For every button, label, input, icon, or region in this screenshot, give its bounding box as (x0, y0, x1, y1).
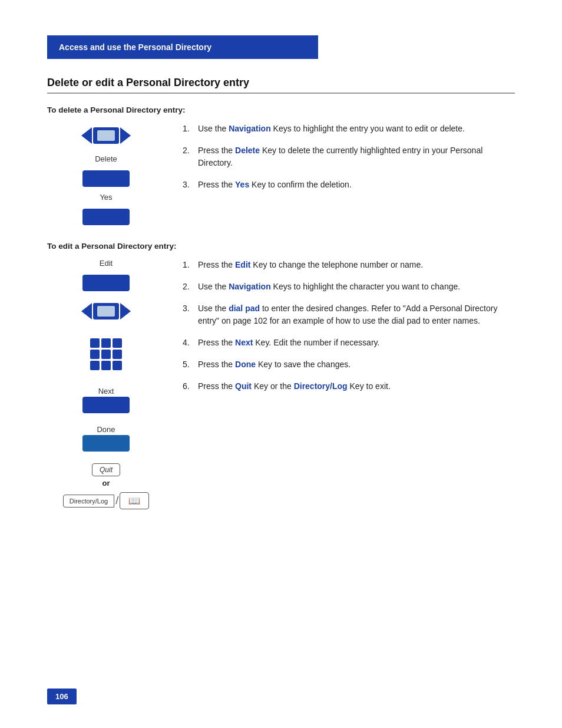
section-title: Delete or edit a Personal Directory entr… (47, 77, 515, 94)
delete-icons-col: Delete Yes (47, 123, 165, 225)
edit-steps-list: 1. Press the Edit Key to change the tele… (183, 259, 515, 393)
navigation-keys-icon-2 (81, 303, 131, 319)
edit-heading: To edit a Personal Directory entry: (47, 242, 515, 251)
dp-8 (101, 361, 111, 370)
dp-2 (101, 338, 111, 348)
dp-3 (113, 338, 122, 348)
dp-5 (101, 350, 111, 359)
next-btn-label: Next (82, 387, 130, 396)
delete-steps-list: 1. Use the Navigation Keys to highlight … (183, 123, 515, 191)
nav-center-inner-2 (97, 306, 115, 317)
dp-7 (90, 361, 100, 370)
yes-button[interactable] (82, 209, 130, 225)
left-arrow-icon (81, 127, 92, 144)
edit-btn-label: Edit (100, 259, 113, 268)
page-number: 106 (47, 689, 77, 704)
edit-step-1: 1. Press the Edit Key to change the tele… (183, 259, 515, 271)
directory-log-key[interactable]: Directory/Log (63, 495, 114, 508)
nav-center-inner (97, 130, 115, 141)
delete-steps-col: 1. Use the Navigation Keys to highlight … (183, 123, 515, 225)
right-arrow-icon (120, 127, 131, 144)
dp-1 (90, 338, 100, 348)
dp-4 (90, 350, 100, 359)
book-icon: 📖 (128, 495, 140, 506)
done-btn-label: Done (82, 425, 130, 434)
slash-divider: / (114, 495, 120, 507)
dialpad-icon-container (90, 336, 122, 373)
dir-log-container: Directory/Log / 📖 (63, 492, 149, 509)
delete-step-2: 2. Press the Delete Key to delete the cu… (183, 144, 515, 169)
nav-center-icon (93, 127, 119, 144)
right-arrow-icon-2 (120, 303, 131, 319)
edit-step-3: 3. Use the dial pad to enter the desired… (183, 302, 515, 327)
edit-step-2: 2. Use the Navigation Keys to highlight … (183, 281, 515, 293)
edit-step-6: 6. Press the Quit Key or the Directory/L… (183, 380, 515, 393)
delete-step-1: 1. Use the Navigation Keys to highlight … (183, 123, 515, 135)
edit-step-4: 4. Press the Next Key. Edit the number i… (183, 337, 515, 349)
edit-icons-col: Edit (47, 259, 165, 509)
delete-btn-label: Delete (95, 154, 117, 163)
dp-9 (113, 361, 122, 370)
delete-section: Delete Yes 1. Use the Navigation Keys to… (47, 123, 515, 225)
header-banner: Access and use the Personal Directory (47, 35, 318, 59)
delete-step-3: 3. Press the Yes Key to confirm the dele… (183, 179, 515, 191)
edit-step-5: 5. Press the Done Key to save the change… (183, 358, 515, 371)
done-button[interactable] (82, 435, 130, 452)
header-banner-text: Access and use the Personal Directory (59, 42, 211, 52)
yes-btn-label: Yes (100, 193, 112, 202)
dialpad-icon (90, 338, 122, 370)
dp-6 (113, 350, 122, 359)
quit-key[interactable]: Quit (92, 463, 120, 476)
nav-center-icon-2 (93, 303, 119, 319)
edit-button[interactable] (82, 275, 130, 291)
edit-section: Edit (47, 259, 515, 509)
navigation-keys-icon (81, 127, 131, 144)
delete-button[interactable] (82, 170, 130, 187)
delete-heading: To delete a Personal Directory entry: (47, 106, 515, 114)
left-arrow-icon-2 (81, 303, 92, 319)
edit-steps-col: 1. Press the Edit Key to change the tele… (183, 259, 515, 509)
next-button[interactable] (82, 397, 130, 413)
or-text: or (103, 479, 110, 487)
book-icon-key[interactable]: 📖 (120, 492, 149, 509)
